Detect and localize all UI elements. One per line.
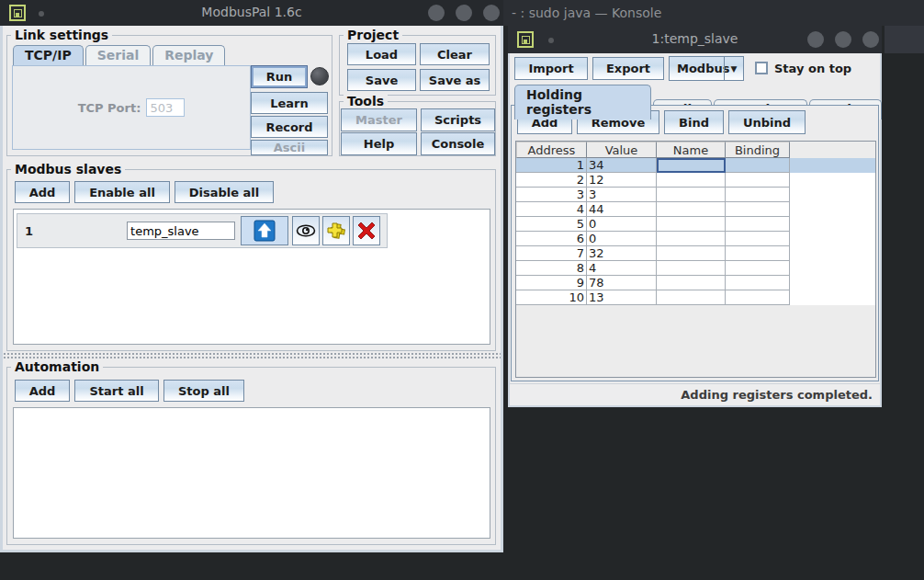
cell-value[interactable]: 0 [587,232,657,246]
import-button[interactable]: Import [514,57,588,80]
tcp-port-input[interactable] [146,98,185,117]
stay-on-top-checkbox[interactable] [755,62,768,74]
cell-value[interactable]: 13 [587,290,657,305]
register-unbind-button[interactable]: Unbind [728,110,806,134]
slave-row: 1 [17,213,388,248]
tab-serial[interactable]: Serial [85,45,152,65]
cell-address[interactable]: 4 [516,202,587,217]
cell-address[interactable]: 6 [516,232,587,246]
master-button[interactable]: Master [341,108,417,131]
cell-name[interactable] [657,232,726,246]
tab-holding-registers[interactable]: Holding registers [514,85,651,119]
cell-name[interactable] [657,173,726,188]
disable-all-button[interactable]: Disable all [175,181,274,203]
cell-binding[interactable] [726,246,790,261]
cell-value[interactable]: 12 [587,173,657,188]
cell-binding[interactable] [726,276,790,290]
maximize-button[interactable] [456,5,472,21]
cell-name[interactable] [657,246,726,261]
table-row[interactable]: 84 [516,261,875,276]
load-button[interactable]: Load [347,43,416,65]
clear-button[interactable]: Clear [420,43,490,65]
table-row[interactable]: 732 [516,246,875,261]
cell-binding[interactable] [726,290,790,305]
slave-add-automation-button[interactable] [322,216,350,245]
close-button[interactable] [483,5,500,21]
cell-address[interactable]: 3 [516,188,587,202]
cell-binding[interactable] [726,232,790,246]
table-row[interactable]: 212 [516,173,875,188]
tcpip-tab-pane: TCP Port: [12,65,251,150]
table-row[interactable]: 33 [516,188,875,202]
slave-list: 1 [13,209,490,345]
maximize-button[interactable] [835,31,851,48]
console-button[interactable]: Console [421,132,495,155]
cell-address[interactable]: 9 [516,276,587,290]
table-row[interactable]: 60 [516,232,875,246]
stop-all-button[interactable]: Stop all [163,380,244,402]
cell-name[interactable] [657,188,726,202]
column-header-binding[interactable]: Binding [726,142,790,158]
learn-button[interactable]: Learn [251,92,328,114]
table-row[interactable]: 134 [516,158,875,173]
cell-binding[interactable] [726,188,790,202]
cell-name[interactable] [657,217,726,232]
column-header-value[interactable]: Value [587,142,657,158]
cell-name[interactable] [657,261,726,276]
enable-all-button[interactable]: Enable all [74,181,170,203]
cell-address[interactable]: 5 [516,217,587,232]
tab-tcpip[interactable]: TCP/IP [13,45,84,65]
run-button[interactable]: Run [251,65,308,88]
project-group: Project Load Clear Save Save as [339,35,496,96]
cell-binding[interactable] [726,217,790,232]
column-header-name[interactable]: Name [657,142,726,158]
minimize-button[interactable] [807,31,824,48]
cell-address[interactable]: 2 [516,173,587,188]
close-button[interactable] [862,31,879,48]
automation-add-button[interactable]: Add [15,380,70,402]
start-all-button[interactable]: Start all [74,380,159,402]
cell-name[interactable] [657,202,726,217]
slave-delete-button[interactable] [353,216,380,245]
cell-address[interactable]: 8 [516,261,587,276]
cell-value[interactable]: 34 [587,158,657,173]
cell-name[interactable] [657,158,726,173]
table-row[interactable]: 1013 [516,290,875,305]
cell-binding[interactable] [726,173,790,188]
cell-address[interactable]: 7 [516,246,587,261]
help-button[interactable]: Help [341,132,417,155]
status-message: Adding registers completed. [681,388,873,402]
cell-value[interactable]: 0 [587,217,657,232]
ascii-button[interactable]: Ascii [251,140,328,155]
cell-name[interactable] [657,290,726,305]
slave-visibility-button[interactable] [292,216,320,245]
register-table-body: 134212334445060732849781013 [516,158,875,305]
table-row[interactable]: 444 [516,202,875,217]
column-header-address[interactable]: Address [516,142,587,158]
tab-replay[interactable]: Replay [152,45,225,65]
modbus-dropdown[interactable]: Modbus ▼ [669,56,744,81]
export-button[interactable]: Export [592,57,664,80]
save-as-button[interactable]: Save as [420,69,490,91]
minimize-button[interactable] [428,5,445,21]
cell-name[interactable] [657,276,726,290]
slave-enable-toggle-button[interactable] [241,216,288,245]
slave-name-input[interactable] [127,222,235,240]
cell-value[interactable]: 3 [587,188,657,202]
record-button[interactable]: Record [251,116,328,138]
cell-value[interactable]: 4 [587,261,657,276]
table-row[interactable]: 978 [516,276,875,290]
scripts-button[interactable]: Scripts [421,108,495,131]
cell-value[interactable]: 32 [587,246,657,261]
cell-address[interactable]: 10 [516,290,587,305]
cell-address[interactable]: 1 [516,158,587,173]
register-bind-button[interactable]: Bind [664,110,724,134]
slave-add-button[interactable]: Add [15,181,70,203]
cell-value[interactable]: 78 [587,276,657,290]
cell-binding[interactable] [726,202,790,217]
cell-value[interactable]: 44 [587,202,657,217]
table-row[interactable]: 50 [516,217,875,232]
cell-binding[interactable] [726,261,790,276]
save-button[interactable]: Save [347,69,416,91]
cell-binding[interactable] [726,158,790,173]
